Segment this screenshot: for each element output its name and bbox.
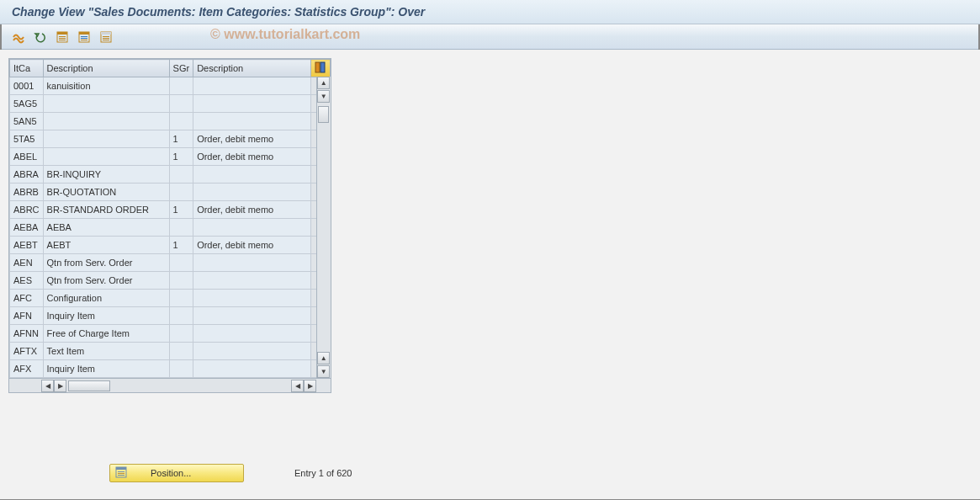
cell-sgr[interactable] <box>169 290 193 307</box>
cell-description2[interactable] <box>193 95 311 113</box>
hscroll-thumb[interactable] <box>68 380 110 391</box>
cell-sgr[interactable] <box>169 360 193 378</box>
deselect-all-icon[interactable] <box>98 29 114 45</box>
cell-sgr[interactable]: 1 <box>169 237 193 254</box>
cell-itca[interactable]: ABEL <box>10 148 44 166</box>
hscroll-left-button[interactable]: ◀ <box>41 380 54 392</box>
vertical-scrollbar[interactable]: ▲ ▼ ▲ ▼ <box>316 77 331 378</box>
table-row[interactable]: AFNInquiry Item <box>10 307 331 325</box>
col-header-itca[interactable]: ItCa <box>10 60 44 77</box>
cell-sgr[interactable] <box>169 343 193 360</box>
cell-itca[interactable]: 0001 <box>10 77 44 95</box>
change-view-icon[interactable] <box>10 29 27 45</box>
scroll-down-button-2[interactable]: ▼ <box>317 365 330 378</box>
table-row[interactable]: AFCConfiguration <box>10 290 331 307</box>
table-row[interactable]: ABRABR-INQUIRY <box>10 166 331 184</box>
cell-description2[interactable] <box>193 219 311 237</box>
cell-description[interactable]: Free of Charge Item <box>43 325 169 343</box>
cell-description2[interactable] <box>193 272 311 290</box>
cell-sgr[interactable] <box>169 166 193 184</box>
cell-itca[interactable]: 5AG5 <box>10 95 44 113</box>
position-button[interactable]: Position... <box>109 464 244 482</box>
horizontal-scrollbar[interactable]: ◀ ▶ ◀ ▶ <box>9 378 331 392</box>
cell-itca[interactable]: AFNN <box>10 325 44 343</box>
undo-icon[interactable] <box>32 29 49 45</box>
hscroll-left-button-2[interactable]: ◀ <box>291 380 304 392</box>
cell-sgr[interactable]: 1 <box>169 148 193 166</box>
cell-sgr[interactable] <box>169 113 193 130</box>
cell-description2[interactable] <box>193 254 311 272</box>
cell-itca[interactable]: 5TA5 <box>10 130 44 148</box>
hscroll-track[interactable] <box>66 380 291 392</box>
cell-description2[interactable] <box>193 307 311 325</box>
cell-description2[interactable] <box>193 360 311 378</box>
cell-description2[interactable] <box>193 184 311 201</box>
table-row[interactable]: AESQtn from Serv. Order <box>10 272 331 290</box>
cell-description[interactable]: BR-QUOTATION <box>43 184 169 201</box>
cell-sgr[interactable] <box>169 184 193 201</box>
cell-description[interactable]: Qtn from Serv. Order <box>43 254 169 272</box>
cell-itca[interactable]: AFN <box>10 307 44 325</box>
cell-sgr[interactable]: 1 <box>169 201 193 219</box>
cell-sgr[interactable] <box>169 77 193 95</box>
hscroll-right-button[interactable]: ▶ <box>54 380 66 392</box>
table-row[interactable]: AENQtn from Serv. Order <box>10 254 331 272</box>
cell-itca[interactable]: AFX <box>10 360 44 378</box>
cell-itca[interactable]: ABRC <box>10 201 44 219</box>
table-row[interactable]: 5AN5 <box>10 113 331 130</box>
cell-sgr[interactable] <box>169 95 193 113</box>
cell-description2[interactable] <box>193 113 311 130</box>
scroll-up-button-2[interactable]: ▲ <box>317 352 330 364</box>
cell-description[interactable]: Text Item <box>43 343 169 360</box>
hscroll-right-button-2[interactable]: ▶ <box>304 380 316 392</box>
col-header-description2[interactable]: Description <box>193 60 311 77</box>
cell-description[interactable]: Qtn from Serv. Order <box>43 272 169 290</box>
col-header-description[interactable]: Description <box>43 60 169 77</box>
table-row[interactable]: 0001kanuisition <box>10 77 331 95</box>
cell-description2[interactable]: Order, debit memo <box>193 130 311 148</box>
cell-itca[interactable]: ABRB <box>10 184 44 201</box>
table-row[interactable]: AFXInquiry Item <box>10 360 331 378</box>
cell-description2[interactable] <box>193 343 311 360</box>
table-row[interactable]: ABRCBR-STANDARD ORDER1Order, debit memo <box>10 201 331 219</box>
scroll-up-button[interactable]: ▲ <box>317 77 330 89</box>
table-row[interactable]: AEBTAEBT1Order, debit memo <box>10 237 331 254</box>
cell-itca[interactable]: AEN <box>10 254 44 272</box>
cell-description[interactable]: Inquiry Item <box>43 360 169 378</box>
cell-description[interactable]: kanuisition <box>43 77 169 95</box>
select-block-icon[interactable] <box>76 29 93 45</box>
table-row[interactable]: AFNNFree of Charge Item <box>10 325 331 343</box>
cell-itca[interactable]: ABRA <box>10 166 44 184</box>
table-row[interactable]: AEBAAEBA <box>10 219 331 237</box>
cell-sgr[interactable] <box>169 307 193 325</box>
cell-description[interactable]: Configuration <box>43 290 169 307</box>
scroll-thumb[interactable] <box>318 106 329 123</box>
cell-itca[interactable]: AFC <box>10 290 44 307</box>
cell-sgr[interactable] <box>169 272 193 290</box>
col-header-sgr[interactable]: SGr <box>169 60 193 77</box>
cell-itca[interactable]: AEBT <box>10 237 44 254</box>
cell-description2[interactable] <box>193 290 311 307</box>
scroll-down-button[interactable]: ▼ <box>317 90 330 103</box>
cell-itca[interactable]: 5AN5 <box>10 113 44 130</box>
cell-description2[interactable] <box>193 77 311 95</box>
cell-description2[interactable]: Order, debit memo <box>193 237 311 254</box>
cell-description[interactable]: AEBA <box>43 219 169 237</box>
table-row[interactable]: ABRBBR-QUOTATION <box>10 184 331 201</box>
cell-description[interactable]: BR-STANDARD ORDER <box>43 201 169 219</box>
cell-description2[interactable] <box>193 325 311 343</box>
cell-itca[interactable]: AES <box>10 272 44 290</box>
cell-description[interactable] <box>43 113 169 130</box>
select-all-icon[interactable] <box>54 29 71 45</box>
cell-description[interactable]: Inquiry Item <box>43 307 169 325</box>
cell-sgr[interactable] <box>169 254 193 272</box>
table-row[interactable]: ABEL1Order, debit memo <box>10 148 331 166</box>
cell-description[interactable] <box>43 148 169 166</box>
table-row[interactable]: AFTXText Item <box>10 343 331 360</box>
cell-sgr[interactable] <box>169 325 193 343</box>
cell-sgr[interactable]: 1 <box>169 130 193 148</box>
cell-description[interactable] <box>43 130 169 148</box>
cell-description[interactable]: AEBT <box>43 237 169 254</box>
cell-description[interactable] <box>43 95 169 113</box>
table-config-button[interactable] <box>311 60 331 77</box>
